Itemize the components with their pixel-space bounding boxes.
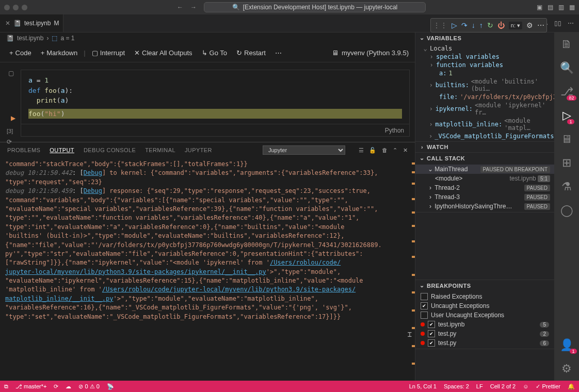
checkbox[interactable] [428,330,435,337]
breakpoints-header[interactable]: ⌄BREAKPOINTS [415,280,554,291]
bp-file-1[interactable]: test.ipynb5 [415,320,554,329]
testing-icon[interactable]: ⚗ [561,180,572,193]
interrupt-button[interactable]: ▢Interrupt [89,47,128,58]
thread-main[interactable]: ⌄ MainThreadPAUSED ON BREAKPOINT [415,165,554,174]
variables-header[interactable]: ⌄VARIABLES [415,32,554,43]
maximize-window-icon[interactable] [22,5,27,10]
step-into-icon[interactable]: ↓ [472,21,475,29]
tab-terminal[interactable]: TERMINAL [145,147,175,153]
sync-icon[interactable]: ⟳ [7,138,12,145]
extensions-icon[interactable]: ⊞ [562,156,571,170]
eol-status[interactable]: LF [476,383,483,389]
thread-2[interactable]: › Thread-2PAUSED [415,183,554,192]
clear-outputs-button[interactable]: ✕Clear All Outputs [131,47,196,58]
github-icon[interactable]: ◯ [560,204,573,217]
feedback-icon[interactable]: ☺ [523,383,528,389]
bp-file-2[interactable]: test.py2 [415,329,554,338]
notifications-icon[interactable]: 🔔 [568,383,575,390]
restart-button[interactable]: ↻Restart [233,47,269,58]
command-center[interactable]: 🔍 [Extension Development Host] test.ipyn… [204,2,426,12]
cursor-position[interactable]: Ln 5, Col 1 [409,383,437,389]
thread-history[interactable]: › IpythonHistorySavingThre…PAUSED [415,202,554,211]
sync-status[interactable]: ⟳ [54,383,58,390]
layout-bottom-icon[interactable]: ▤ [548,4,553,11]
tab-debug-console[interactable]: DEBUG CONSOLE [84,147,136,153]
close-panel-icon[interactable]: ✕ [403,147,408,154]
prettier-status[interactable]: ✓ Prettier [536,383,560,390]
restart-debug-icon[interactable]: ↻ [487,21,493,29]
error-count[interactable]: ⊘ 0 ⚠ 0 [78,383,99,390]
grip-icon[interactable]: ⋮⋮ [433,21,447,29]
stack-frame[interactable]: <module>test.ipynb 5:1 [415,174,554,183]
output-channel-select[interactable]: Jupyter [263,145,345,155]
bp-user-uncaught[interactable]: User Uncaught Exceptions [415,311,554,320]
indent-status[interactable]: Spaces: 2 [444,383,469,389]
search-icon[interactable]: 🔍 [560,61,574,75]
more-icon[interactable]: ⋯ [537,21,544,29]
minimize-window-icon[interactable] [13,5,19,10]
var-file[interactable]: file: '/var/folders/tx/p0ycbfpj37… [415,93,554,101]
breadcrumb[interactable]: 📓 test.ipynb › ⬚ a = 1 [0,32,415,44]
scm-icon[interactable]: ⎇82 [560,85,573,99]
tab-jupyter[interactable]: JUPYTER [185,147,212,153]
cloud-status[interactable]: ☁ [66,383,71,390]
callstack-header[interactable]: ⌄CALL STACK [415,153,554,164]
var-special[interactable]: ›special variables [415,53,554,61]
checkbox[interactable] [421,312,428,319]
kernel-button[interactable]: myvenv (Python 3.9.5) [342,49,409,57]
explorer-icon[interactable]: 🗎 [561,38,572,51]
bp-raised[interactable]: Raised Exceptions [415,292,554,301]
var-figformats[interactable]: ›_VSCode_matplotlib_FigureFormats: { [415,132,554,140]
chevron-up-icon[interactable]: ⌃ [393,147,397,154]
bp-file-3[interactable]: test.py6 [415,338,554,348]
layout-left-icon[interactable]: ▣ [537,4,542,11]
close-window-icon[interactable] [4,5,10,10]
tab-problems[interactable]: PROBLEMS [7,147,40,153]
checkbox[interactable] [428,321,435,328]
code-cell[interactable]: ▶ a = 1 def foo(a): print(a) foo("hi") [… [21,70,410,137]
tab-output[interactable]: OUTPUT [50,147,74,153]
breakpoint-arrow-icon[interactable]: ▶ [11,115,15,122]
scrollbar-minimap[interactable] [408,158,415,381]
clear-output-icon[interactable]: 🗑 [382,147,388,154]
var-matplotlib[interactable]: ›matplotlib_inline: <module 'matpl… [415,117,554,132]
gear-icon[interactable]: ⚙ [526,21,533,29]
add-markdown-button[interactable]: +Markdown [38,47,81,58]
checkbox[interactable] [421,302,428,309]
layout-customize-icon[interactable]: ▦ [569,4,575,11]
cell-editor[interactable]: a = 1 def foo(a): print(a) foo("hi") [21,70,409,124]
checkbox[interactable] [428,339,435,347]
var-ipykernel[interactable]: ›ipykernel: <module 'ipykernel' fr… [415,101,554,117]
watch-header[interactable]: ›WATCH [415,142,554,152]
var-builtins[interactable]: ›builtins: <module 'builtins' (bui… [415,77,554,93]
nav-back-icon[interactable]: ← [177,4,183,11]
thread-3[interactable]: › Thread-3PAUSED [415,192,554,202]
editor-tab[interactable]: ✕ 📓 test.ipynb M [0,14,63,32]
nav-forward-icon[interactable]: → [190,4,197,11]
var-a[interactable]: a: 1 [415,69,554,77]
branch-status[interactable]: ⎇ master*+ [15,383,46,390]
tab-more-icon[interactable]: ⋯ [568,20,574,27]
remote-icon[interactable]: 🖥 [561,133,572,146]
disconnect-icon[interactable]: ⏻ [497,21,505,29]
nb-more-button[interactable]: ⋯ [272,47,285,58]
debug-config[interactable]: n: ▾ [509,22,522,29]
step-out-icon[interactable]: ↑ [479,21,483,29]
step-over-icon[interactable]: ↷ [461,21,468,29]
debug-icon[interactable]: ▷1 [562,109,571,122]
cell-status[interactable]: Cell 2 of 2 [490,383,516,389]
lock-icon[interactable]: 🔓 [369,147,376,154]
output-log[interactable]: "command":"stackTrace","body":{"stackFra… [0,158,415,381]
goto-button[interactable]: ↳Go To [199,47,230,58]
account-icon[interactable]: 👤1 [560,338,574,352]
var-function[interactable]: ›function variables [415,61,554,69]
continue-icon[interactable]: ▷ [452,21,457,29]
cell-language[interactable]: Python [385,127,404,134]
add-code-button[interactable]: +Code [6,47,35,58]
scope-locals[interactable]: ⌄Locals [415,44,554,53]
bp-uncaught[interactable]: Uncaught Exceptions [415,301,554,311]
live-share-icon[interactable]: 📡 [107,383,114,390]
tab-close-icon[interactable]: ✕ [5,20,10,27]
filter-icon[interactable]: ☰ [359,147,364,154]
settings-gear-icon[interactable]: ⚙ [561,362,572,375]
